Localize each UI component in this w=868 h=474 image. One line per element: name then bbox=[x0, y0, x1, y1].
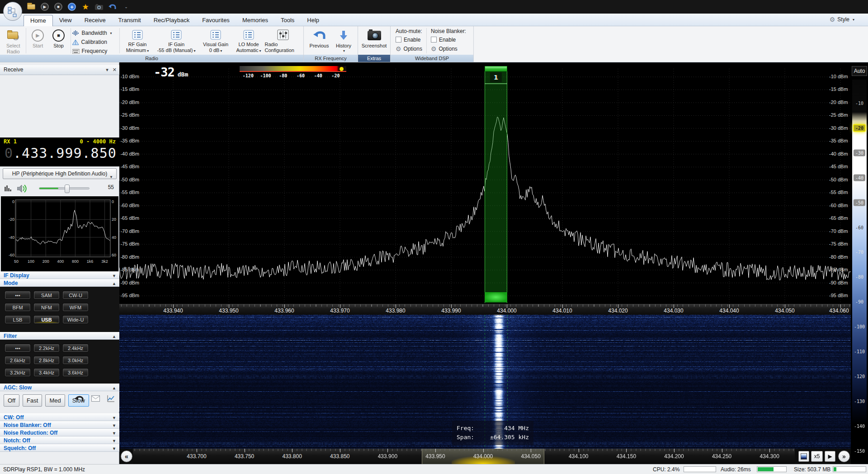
history-button[interactable]: History ▾ bbox=[332, 27, 355, 53]
mode-button-bfm[interactable]: BFM bbox=[5, 303, 31, 312]
agc-button-fast[interactable]: Fast bbox=[23, 394, 42, 407]
customize-toolbar-icon[interactable]: ⌄ bbox=[121, 2, 131, 12]
auto-gain-button[interactable]: Auto bbox=[852, 66, 867, 76]
tab-home[interactable]: Home bbox=[24, 15, 53, 26]
palette-tick--90[interactable]: -90 bbox=[852, 299, 867, 304]
tab-favourites[interactable]: Favourites bbox=[196, 15, 236, 26]
section-squelch[interactable]: Squelch: Off▼ bbox=[0, 444, 119, 452]
application-menu-button[interactable] bbox=[3, 2, 22, 21]
filter-button-2-6khz[interactable]: 2.6kHz bbox=[5, 356, 31, 365]
palette-tick--60[interactable]: -60 bbox=[852, 225, 867, 230]
undo-icon[interactable] bbox=[74, 395, 84, 402]
section-agc[interactable]: AGC: Slow▲ bbox=[0, 384, 119, 391]
stop-icon[interactable]: ■ bbox=[53, 2, 63, 12]
tuned-frequency-display[interactable]: 0.433.999.850 bbox=[0, 145, 119, 161]
audio-device-dropdown[interactable]: HP (Périphérique High Definition Audio) … bbox=[3, 168, 117, 179]
palette-gradient-strip[interactable]: -10-20-30-40-50-60-70-80-90-100-110-120-… bbox=[852, 80, 867, 462]
palette-tick--140[interactable]: -140 bbox=[852, 423, 867, 428]
channel-marker-band[interactable] bbox=[485, 71, 507, 303]
palette-tick--80[interactable]: -80 bbox=[852, 275, 867, 280]
scroll-right-button[interactable]: » bbox=[838, 450, 850, 462]
previous-frequency-button[interactable]: Previous bbox=[306, 27, 332, 49]
mode-button-dots[interactable]: ••• bbox=[5, 291, 31, 299]
palette-tick--130[interactable]: -130 bbox=[852, 398, 867, 403]
section-noise-blanker[interactable]: Noise Blanker: Off▼ bbox=[0, 421, 119, 429]
mode-button-usb[interactable]: USB bbox=[33, 315, 60, 324]
tab-help[interactable]: Help bbox=[301, 15, 326, 26]
section-notch[interactable]: Notch: Off▼ bbox=[0, 436, 119, 444]
screenshot-icon[interactable] bbox=[94, 2, 104, 12]
tab-tools[interactable]: Tools bbox=[274, 15, 301, 26]
mode-button-sam[interactable]: SAM bbox=[33, 291, 60, 299]
waterfall-display[interactable]: Freq:434 MHz Span:±64.305 kHz bbox=[119, 315, 851, 449]
auto-mute-enable-checkbox[interactable]: Enable bbox=[396, 36, 422, 43]
style-button[interactable]: ⚙ Style ▾ bbox=[827, 15, 857, 24]
tab-rec-playback[interactable]: Rec/Playback bbox=[147, 15, 196, 26]
lo-mode-button[interactable]: LO Mode Automatic▾ bbox=[232, 27, 264, 53]
rf-gain-button[interactable]: RF Gain Minimum▾ bbox=[121, 27, 154, 53]
palette-tick--10[interactable]: -10 bbox=[852, 101, 867, 106]
if-spectrum-display[interactable]: 1 -32dBm -120-100-80-60-40-20 433.940433… bbox=[119, 62, 851, 315]
tab-receive[interactable]: Receive bbox=[78, 15, 112, 26]
tab-view[interactable]: View bbox=[53, 15, 78, 26]
calibration-button[interactable]: Calibration bbox=[72, 38, 118, 46]
start-button[interactable]: ▶ Start bbox=[28, 27, 48, 49]
agc-button-off[interactable]: Off bbox=[4, 394, 19, 407]
favourite-star-icon[interactable]: ★ bbox=[80, 2, 90, 12]
tab-transmit[interactable]: Transmit bbox=[112, 15, 147, 26]
palette-tick--50[interactable]: -50 bbox=[854, 199, 865, 206]
speaker-icon[interactable] bbox=[17, 185, 27, 193]
noise-blanker-options-button[interactable]: ⚙ Options bbox=[431, 45, 466, 52]
mode-button-wfm[interactable]: WFM bbox=[62, 303, 89, 312]
mode-button-lsb[interactable]: LSB bbox=[5, 315, 31, 324]
screenshot-button[interactable]: Screenshot bbox=[360, 27, 388, 49]
undo-icon[interactable] bbox=[108, 2, 118, 12]
spectrum-frequency-axis[interactable]: 433.940433.950433.960433.970433.980433.9… bbox=[119, 304, 851, 315]
agc-button-med[interactable]: Med bbox=[45, 394, 65, 407]
stop-button[interactable]: ■ Stop bbox=[48, 27, 69, 49]
noise-blanker-enable-checkbox[interactable]: Enable bbox=[431, 36, 466, 43]
filter-button-3-4khz[interactable]: 3.4kHz bbox=[33, 368, 60, 377]
tab-memories[interactable]: Memories bbox=[236, 15, 274, 26]
mode-button-nfm[interactable]: NFM bbox=[33, 303, 60, 312]
filter-button-2-4khz[interactable]: 2.4kHz bbox=[62, 344, 89, 352]
palette-tick--120[interactable]: -120 bbox=[852, 374, 867, 379]
zoom-factor-button[interactable]: x5 bbox=[811, 451, 823, 462]
section-mode[interactable]: Mode▲ bbox=[0, 279, 119, 287]
add-icon[interactable]: + bbox=[67, 2, 77, 12]
channel-marker-number[interactable]: 1 bbox=[490, 72, 502, 82]
section-filter[interactable]: Filter▲ bbox=[0, 332, 119, 340]
play-icon[interactable]: ▶ bbox=[40, 2, 50, 12]
band-scale[interactable]: 433.700433.750433.800433.850433.900433.9… bbox=[133, 449, 795, 464]
frequency-button[interactable]: Frequency bbox=[72, 47, 118, 55]
section-if-display[interactable]: IF Display▼ bbox=[0, 271, 119, 279]
filter-button-2-8khz[interactable]: 2.8kHz bbox=[33, 356, 60, 365]
select-radio-button[interactable]: ▶ Select Radio bbox=[2, 27, 24, 54]
section-cw[interactable]: CW: Off▼ bbox=[0, 413, 119, 421]
envelope-icon[interactable] bbox=[91, 395, 100, 402]
filter-button-2-2khz[interactable]: 2.2kHz bbox=[33, 344, 60, 352]
auto-mute-options-button[interactable]: ⚙ Options bbox=[396, 45, 422, 52]
filter-button-3-6khz[interactable]: 3.6kHz bbox=[62, 368, 89, 377]
palette-tick--40[interactable]: -40 bbox=[854, 174, 865, 181]
filter-button-3-0khz[interactable]: 3.0kHz bbox=[62, 356, 89, 365]
bandwidth-button[interactable]: Bandwidth▾ bbox=[72, 29, 118, 37]
radio-configuration-button[interactable]: Radio Configuration bbox=[265, 27, 301, 53]
graph-icon[interactable] bbox=[107, 395, 115, 402]
mode-button-wide-u[interactable]: Wide-U bbox=[62, 315, 89, 324]
scroll-left-button[interactable]: « bbox=[121, 450, 132, 462]
waterfall-palette-button[interactable] bbox=[798, 451, 809, 462]
palette-tick--150[interactable]: -150 bbox=[852, 448, 867, 453]
visual-gain-button[interactable]: Visual Gain 0 dB▾ bbox=[199, 27, 233, 53]
close-icon[interactable]: ✕ bbox=[113, 65, 117, 75]
palette-tick--110[interactable]: -110 bbox=[852, 349, 867, 354]
filter-button-dots[interactable]: ••• bbox=[5, 344, 31, 352]
volume-slider-thumb[interactable] bbox=[65, 185, 70, 193]
mode-button-cw-u[interactable]: CW-U bbox=[62, 291, 89, 299]
channel-marker-header[interactable] bbox=[485, 66, 507, 71]
filter-button-3-2khz[interactable]: 3.2kHz bbox=[5, 368, 31, 377]
palette-tick--30[interactable]: -30 bbox=[854, 149, 865, 156]
play-forward-button[interactable]: ▶ bbox=[825, 451, 835, 462]
open-favourite-icon[interactable] bbox=[26, 2, 36, 12]
palette-tick--20[interactable]: -20 bbox=[853, 124, 866, 132]
